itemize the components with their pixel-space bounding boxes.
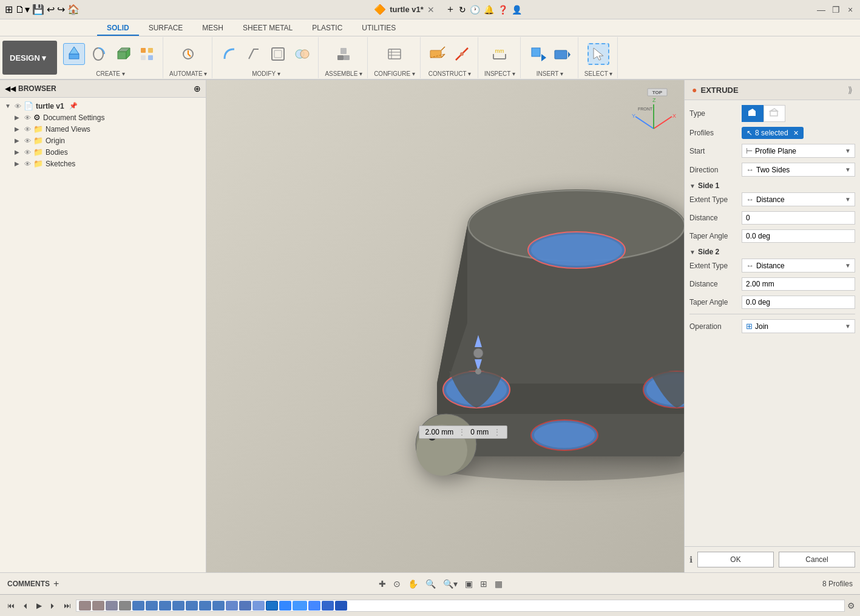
side1-extent-dropdown[interactable]: ↔ Distance ▼ (742, 192, 855, 206)
construct-plane-icon[interactable] (427, 43, 449, 65)
select-icon[interactable] (587, 43, 609, 65)
undo-icon[interactable]: ↩ (47, 4, 55, 15)
operation-dropdown[interactable]: ⊞ Join ▼ (742, 319, 855, 333)
maximize-button[interactable]: ❐ (831, 5, 841, 15)
tl-item-11[interactable] (212, 601, 225, 611)
eye-icon-bodies[interactable]: 👁 (24, 149, 31, 156)
close-button[interactable]: × (845, 5, 855, 15)
tree-item-origin[interactable]: ▶ 👁 📁 Origin (0, 135, 206, 146)
construct-axis-icon[interactable] (451, 43, 473, 65)
save-icon[interactable]: 💾 (32, 4, 44, 15)
side1-taper-input[interactable] (742, 229, 855, 243)
pan-icon[interactable]: ✋ (405, 578, 421, 590)
tl-item-2[interactable] (92, 601, 104, 611)
tl-skip-end[interactable]: ⏭ (61, 600, 73, 611)
new-tab-icon[interactable]: ＋ (445, 3, 455, 16)
tl-step-back[interactable]: ⏴ (19, 600, 32, 611)
timeline-settings-icon[interactable]: ⚙ (847, 601, 855, 611)
tl-item-16[interactable] (279, 601, 291, 611)
user-avatar[interactable]: 👤 (512, 5, 522, 15)
eye-icon-namedviews[interactable]: 👁 (24, 126, 31, 133)
redo-icon[interactable]: ↪ (57, 4, 65, 15)
view-options-icon[interactable]: ▦ (492, 578, 505, 590)
eye-icon-sketches[interactable]: 👁 (24, 160, 31, 168)
tl-item-15[interactable] (266, 601, 278, 611)
home-icon[interactable]: 🏠 (67, 4, 80, 15)
app-grid-icon[interactable]: ⊞ (5, 4, 13, 15)
eye-icon-root[interactable]: 👁 (15, 103, 21, 110)
tl-item-4[interactable] (119, 601, 131, 611)
side1-header[interactable]: ▼ Side 1 (689, 181, 855, 190)
tl-item-18[interactable] (308, 601, 320, 611)
design-button[interactable]: DESIGN ▾ (2, 41, 57, 75)
zoom-dropdown[interactable]: 🔍▾ (441, 578, 460, 590)
automate-icon[interactable] (177, 43, 199, 65)
display-mode-icon[interactable]: ▣ (462, 578, 475, 590)
pin-icon-root[interactable]: 📌 (69, 102, 78, 110)
chamfer-icon[interactable] (243, 43, 265, 65)
insert-icon[interactable] (527, 43, 549, 65)
side2-extent-dropdown[interactable]: ↔ Distance ▼ (742, 259, 855, 272)
insert2-icon[interactable] (551, 43, 573, 65)
info-icon[interactable]: ℹ (689, 555, 692, 564)
close-tab-icon[interactable]: ✕ (427, 5, 435, 15)
side2-distance-input[interactable] (742, 277, 855, 291)
side1-distance-input[interactable] (742, 211, 855, 225)
cancel-button[interactable]: Cancel (779, 552, 855, 567)
tl-item-19[interactable] (322, 601, 334, 611)
tl-item-13[interactable] (239, 601, 251, 611)
tl-item-5[interactable] (132, 601, 144, 611)
tl-item-14[interactable] (252, 601, 265, 611)
tl-item-1[interactable] (79, 601, 91, 611)
help-icon[interactable]: ❓ (498, 5, 508, 15)
tree-item-root[interactable]: ▼ 👁 📄 turtle v1 📌 (0, 100, 206, 112)
type-surface-button[interactable] (764, 105, 785, 122)
ok-button[interactable]: OK (697, 552, 774, 567)
tree-item-doc-settings[interactable]: ▶ 👁 ⚙ Document Settings (0, 112, 206, 123)
orbit-icon[interactable]: ⊙ (391, 578, 403, 590)
tab-plastic[interactable]: PLASTIC (302, 21, 352, 36)
panel-expand-icon[interactable]: ⟫ (848, 85, 853, 95)
viewport[interactable]: Y X Z TOP FRONT (206, 80, 684, 572)
tab-sheet-metal[interactable]: SHEET METAL (233, 21, 302, 36)
start-dropdown[interactable]: ⊢ Profile Plane ▼ (742, 144, 855, 158)
side2-taper-input[interactable] (742, 296, 855, 309)
file-menu-icon[interactable]: 🗋▾ (15, 4, 30, 15)
tab-surface[interactable]: SURFACE (139, 21, 193, 36)
shell-icon[interactable] (267, 43, 289, 65)
direction-dropdown[interactable]: ↔ Two Sides ▼ (742, 163, 855, 177)
zoom-icon[interactable]: 🔍 (423, 578, 438, 590)
browser-settings-icon[interactable]: ⊕ (194, 84, 201, 93)
tl-item-17[interactable] (293, 601, 307, 611)
minimize-button[interactable]: — (816, 5, 826, 15)
tab-solid[interactable]: SOLID (97, 21, 139, 36)
tl-step-forward[interactable]: ⏵ (47, 600, 59, 611)
more-create-icon[interactable] (136, 43, 158, 65)
tree-item-sketches[interactable]: ▶ 👁 📁 Sketches (0, 158, 206, 169)
eye-icon-settings[interactable]: 👁 (24, 114, 31, 121)
extrude-icon[interactable] (63, 43, 85, 65)
viewcube[interactable]: Y X Z TOP FRONT (629, 86, 678, 135)
add-comment-icon[interactable]: + (53, 578, 59, 589)
eye-icon-origin[interactable]: 👁 (24, 137, 31, 144)
assemble-icon[interactable] (333, 43, 354, 65)
fillet-icon[interactable] (218, 43, 240, 65)
refresh-icon[interactable]: ↻ (459, 5, 466, 15)
tl-item-7[interactable] (159, 601, 171, 611)
tl-item-6[interactable] (146, 601, 158, 611)
tl-skip-start[interactable]: ⏮ (5, 600, 17, 611)
tl-item-12[interactable] (226, 601, 238, 611)
tl-item-3[interactable] (106, 601, 118, 611)
tl-item-20[interactable] (335, 601, 347, 611)
grid-icon[interactable]: ⊞ (478, 578, 490, 590)
configure-icon[interactable] (384, 43, 405, 65)
browser-collapse-icon[interactable]: ◀◀ (5, 84, 16, 93)
tree-item-named-views[interactable]: ▶ 👁 📁 Named Views (0, 123, 206, 135)
box-icon[interactable] (112, 43, 134, 65)
transform-icon[interactable]: ✚ (376, 578, 388, 590)
profiles-clear-button[interactable]: ✕ (793, 129, 799, 137)
tl-item-9[interactable] (186, 601, 198, 611)
combine-icon[interactable] (291, 43, 313, 65)
tl-item-8[interactable] (172, 601, 185, 611)
tree-item-bodies[interactable]: ▶ 👁 📁 Bodies (0, 146, 206, 158)
